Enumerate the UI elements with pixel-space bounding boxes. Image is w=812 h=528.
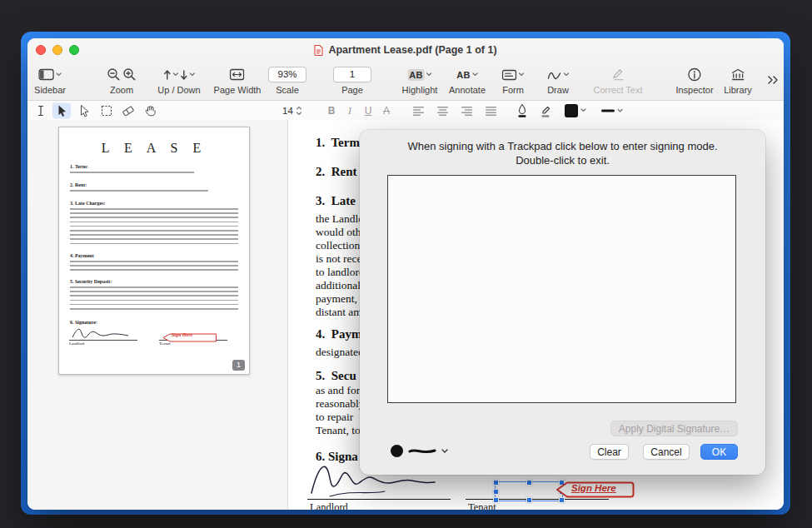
page-value-box[interactable]: 1 <box>333 67 371 82</box>
inspector-icon <box>688 67 702 82</box>
thumbnail-clause: 4. Payment <box>70 253 238 271</box>
dialog-instruction-line1: When signing with a Trackpad click below… <box>360 140 765 152</box>
zoom-icons <box>107 67 137 82</box>
titlebar: Apartment Lease.pdf (Page 1 of 1) <box>27 38 784 62</box>
chevron-down-icon <box>172 72 178 77</box>
apply-digital-signature-button[interactable]: Apply Digital Signature… <box>610 421 738 436</box>
stroke-width-preview[interactable] <box>408 446 436 456</box>
chevron-down-icon <box>472 72 478 77</box>
draw-icon <box>547 67 570 82</box>
selection-handle[interactable] <box>493 480 499 486</box>
toolbar-annotate-button[interactable]: AB Annotate <box>449 67 486 95</box>
hand-tool[interactable] <box>146 105 157 117</box>
thumbnail-sign-here-flag: Sign Here <box>162 331 217 340</box>
toolbar-pagewidth-button[interactable]: Page Width <box>214 67 262 95</box>
toolbar-updown-buttons[interactable]: Up / Down <box>157 67 200 95</box>
thumbnail-page-number-badge: 1 <box>232 360 245 371</box>
annotation-pointer-tool[interactable] <box>79 104 89 117</box>
italic-button[interactable]: I <box>348 106 351 116</box>
thumbnail-text-lines <box>70 208 238 245</box>
thumbnail-landlord-label: Landlord <box>69 341 84 346</box>
hand-icon <box>146 105 157 117</box>
strikethrough-button[interactable]: A <box>383 106 390 116</box>
toolbar-sidebar-button[interactable]: Sidebar <box>34 67 66 95</box>
doc-text-line: collection <box>316 239 360 252</box>
highlight-icon: AB <box>407 67 432 82</box>
ok-button[interactable]: OK <box>700 444 738 460</box>
pointer-tool-selected[interactable] <box>52 102 71 118</box>
eraser-tool[interactable] <box>122 105 135 116</box>
doc-text-line: the Landlo <box>316 212 364 226</box>
eraser-icon <box>122 105 135 116</box>
doc-heading: 4. Paym <box>316 327 361 341</box>
ink-color-dot[interactable] <box>391 445 403 457</box>
bold-button[interactable]: B <box>328 106 336 116</box>
doc-heading: 5. Secu <box>316 369 356 382</box>
chevron-down-icon <box>426 72 432 77</box>
toolbar-correct-text-button[interactable]: Correct Text <box>593 67 642 95</box>
toolbar-form-button[interactable]: Form <box>502 67 525 95</box>
thumbnail-signature-scribble <box>69 326 136 340</box>
dialog-instruction-line2: Double-click to exit. <box>360 154 765 167</box>
selection-handle[interactable] <box>526 480 532 486</box>
zoom-in-icon <box>122 67 137 82</box>
align-center-button[interactable] <box>437 106 449 116</box>
tenant-label: Tenant <box>468 501 496 510</box>
ink-color-button[interactable] <box>517 103 528 117</box>
black-color-swatch <box>565 104 578 117</box>
chevron-down-icon <box>519 72 525 77</box>
font-size-value: 14 <box>282 106 293 116</box>
underline-button[interactable]: U <box>365 106 372 116</box>
page-thumbnail[interactable]: L E A S E 1. Term: 2. Rent: 3. Late Char… <box>58 127 250 375</box>
sign-here-label: Sign Here <box>571 483 616 493</box>
text-select-tool[interactable] <box>37 105 45 117</box>
doc-text-line: payment, <box>316 292 357 306</box>
doc-text-line: as and for <box>316 384 360 397</box>
fill-color-button[interactable] <box>541 103 551 117</box>
scale-value-box[interactable]: 93% <box>268 67 306 82</box>
toolbar-library-button[interactable]: Library <box>724 67 752 95</box>
toolbar-zoom-buttons[interactable]: Zoom <box>107 67 137 95</box>
toolbar-overflow-button[interactable] <box>767 73 779 88</box>
page-width-icon <box>230 67 245 82</box>
signature-drawing-area[interactable] <box>387 175 736 403</box>
thumbnail-lease-title: L E A S E <box>59 141 249 156</box>
sign-here-flag[interactable]: Sign Here <box>556 481 635 498</box>
color-swatch-button[interactable] <box>565 104 586 117</box>
align-right-button[interactable] <box>461 106 473 116</box>
stroke-options-chevron-icon[interactable] <box>441 449 448 454</box>
toolbar-scale-control: 93% Scale <box>268 67 306 95</box>
selection-handle[interactable] <box>559 497 565 503</box>
clear-button[interactable]: Clear <box>590 444 629 460</box>
library-icon <box>730 67 745 82</box>
cancel-button[interactable]: Cancel <box>643 444 690 460</box>
dashed-rect-icon <box>102 105 112 116</box>
trackpad-signature-dialog: When signing with a Trackpad click below… <box>360 130 765 475</box>
doc-text-line: designated <box>316 346 364 359</box>
annotate-icon: AB <box>456 67 478 82</box>
toolbar-draw-button[interactable]: Draw <box>547 67 570 95</box>
form-icon <box>502 67 525 82</box>
line-style-button[interactable] <box>601 108 623 112</box>
selection-handle[interactable] <box>493 489 499 495</box>
pdf-file-icon <box>314 44 323 56</box>
font-size-stepper[interactable]: 14 <box>282 105 302 116</box>
pen-icon <box>517 103 528 117</box>
doc-heading: 2. Rent <box>316 165 357 178</box>
signature-field-selection[interactable] <box>495 481 563 501</box>
marquee-select-tool[interactable] <box>102 105 112 116</box>
toolbar-highlight-button[interactable]: AB Highlight <box>402 67 438 95</box>
toolbar-inspector-button[interactable]: Inspector <box>675 67 713 95</box>
app-window: Apartment Lease.pdf (Page 1 of 1) Sideba… <box>27 38 784 510</box>
selection-handle[interactable] <box>526 497 532 503</box>
landlord-label: Landlord <box>310 501 348 510</box>
doc-text-line: to repair <box>316 411 353 424</box>
selection-handle[interactable] <box>493 497 499 503</box>
align-justify-button[interactable] <box>486 106 497 116</box>
window-chrome: Apartment Lease.pdf (Page 1 of 1) Sideba… <box>27 38 784 101</box>
zoom-out-icon <box>107 67 121 82</box>
thumbnail-clause: 2. Rent: <box>70 182 238 192</box>
line-style-preview <box>601 109 615 112</box>
align-left-button[interactable] <box>413 106 425 116</box>
doc-text-line: is not rece <box>316 252 361 266</box>
